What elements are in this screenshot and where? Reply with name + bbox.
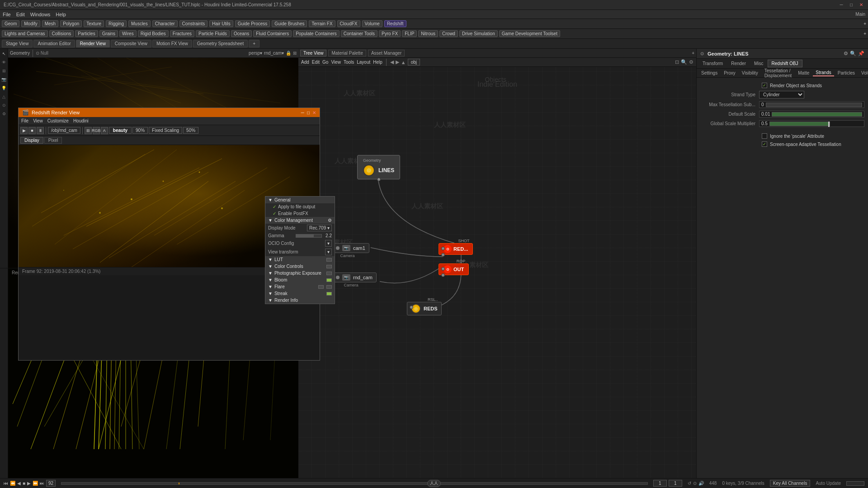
ne-icon-up[interactable]: ▲ [401,60,406,65]
rp-check-ignorepscale[interactable] [762,133,767,139]
rv-tab-display[interactable]: Display [20,137,43,144]
timeline-start-frame[interactable]: 1 [653,480,667,487]
popup-flare-header[interactable]: ▼ Flare [265,283,335,290]
ocio-value[interactable]: ▾ [325,240,332,247]
rv-minimize[interactable]: ─ [301,110,304,115]
flare-toggle2[interactable] [326,285,332,289]
minimize-btn[interactable]: ─ [838,2,844,8]
timeline-prev[interactable]: ⏪ [10,481,15,486]
timeline-autokey-toggle[interactable] [846,481,864,486]
tab-animation[interactable]: Animation Editor [33,40,75,47]
icon-view[interactable]: 👁 [1,59,7,66]
timeline-icon-loop[interactable]: ↺ [688,481,691,486]
timeline-icon-snap[interactable]: ⊙ [693,481,697,486]
ne-menu-add[interactable]: Add [301,60,309,65]
terrainfx-btn[interactable]: Terrain FX [309,20,335,27]
ne-tab-material[interactable]: Material Palette [328,50,366,56]
viewtransform-value[interactable]: ▾ [325,249,332,255]
timeline-keyall-btn[interactable]: Key All Channels [770,480,811,487]
lights-btn[interactable]: Lights and Cameras [2,30,48,37]
guideprocess-btn[interactable]: Guide Process [235,20,270,27]
rnd-cam-dropdown[interactable]: rnd_cam▾ [264,51,284,56]
rv-menu-view[interactable]: View [33,118,43,123]
crowds-btn[interactable]: Crowd [439,30,458,37]
timeline-end-frame[interactable]: 1 [669,480,682,487]
pyrofx-btn[interactable]: Pyro FX [379,30,401,37]
rp-slider-globalscale[interactable] [769,122,830,126]
guidebrushes-btn[interactable]: Guide Brushes [272,20,307,27]
ne-path[interactable]: obj [408,59,420,66]
bloom-toggle[interactable] [326,278,332,282]
icon-grid[interactable]: ⊞ [1,68,7,74]
rp-tab-render[interactable]: Render [727,60,750,67]
rp-subtab-tessellation[interactable]: Tessellation / Displacement [762,68,795,79]
icon-util[interactable]: ⚙ [1,111,7,117]
popup-colorcontrols-header[interactable]: ▼ Color Controls [265,263,335,270]
timeline-icon-audio[interactable]: 🔊 [698,481,704,486]
popup-renderinfo-header[interactable]: ▼ Render Info [265,297,335,304]
ne-tab-tree[interactable]: Tree View [300,50,326,56]
popup-apply-file[interactable]: ✓ Apply to file output [265,203,335,210]
icon-select[interactable]: ↖ [1,51,7,57]
rv-icon-grid2[interactable]: ⊞ [85,127,92,134]
rv-maximize[interactable]: □ [307,110,310,115]
fluidcontainers-btn[interactable]: Fluid Containers [253,30,292,37]
rp-icon-pin[interactable]: 📌 [858,51,864,56]
rv-close[interactable]: ✕ [312,110,316,115]
popup-photoexp-header[interactable]: ▼ Photographic Exposure [265,270,335,277]
rv-tab-pixel[interactable]: Pixel [44,137,62,144]
geom-btn[interactable]: Geom [2,20,19,27]
tab-add[interactable]: + [249,40,259,47]
rp-slider-defaultscale[interactable] [772,112,862,117]
timeline-stop[interactable]: ■ [23,481,25,486]
icon-maximize[interactable]: ⊠ [293,51,297,56]
icon-lock[interactable]: 🔒 [286,51,291,56]
rp-check-strands[interactable] [762,83,767,88]
node-reds-rsl[interactable]: RSL.. ⊙ REDS [407,297,442,315]
close-btn[interactable]: ✕ [858,2,864,8]
timeline-end[interactable]: ⏭ [40,481,44,486]
timeline-start[interactable]: ⏮ [4,481,8,486]
rp-subtab-volume[interactable]: Volume [859,70,868,76]
ne-menu-edit[interactable]: Edit [312,60,320,65]
rp-select-strandtype[interactable]: Cylinder Ribbon Thick Lines [759,91,804,99]
popup-lut-header[interactable]: ▼ LUT [265,256,335,263]
icon-snap[interactable]: ⊙ [1,102,7,108]
tab-geospread[interactable]: Geometry Spreadsheet [193,40,248,47]
ne-icon-back[interactable]: ◀ [390,59,394,65]
rv-cam-selector[interactable]: /obj/rnd_cam [48,127,80,134]
gamma-slider[interactable] [296,234,322,238]
timeline-next[interactable]: ⏩ [33,481,38,486]
rigidbodies-btn[interactable]: Rigid Bodies [138,30,169,37]
flare-toggle[interactable] [318,285,324,289]
ne-icon-fwd[interactable]: ▶ [396,59,399,65]
tab-stage[interactable]: Stage View [2,40,33,47]
node-canvas[interactable]: 人人素材区 人人素材区 人人素材区 人人素材区 人人素材区 人人素材区 Indi… [298,67,696,477]
particles-btn[interactable]: Particles [75,30,98,37]
timeline-scrubber[interactable] [61,482,648,485]
popup-streak-header[interactable]: ▼ Streak [265,290,335,297]
rp-tab-transform[interactable]: Transform [698,60,727,67]
popup-enable-postfx[interactable]: ✓ Enable PostFX [265,210,335,217]
rp-subtab-visibility[interactable]: Visibility [739,70,761,76]
maximize-btn[interactable]: □ [848,2,854,8]
hairutils-btn[interactable]: Hair Utils [209,20,233,27]
tab-render[interactable]: Render View [76,40,110,47]
node-redshift1[interactable]: SHOT ⊙ RED... [439,239,473,255]
containertools-btn[interactable]: Container Tools [341,30,377,37]
drivesim-btn[interactable]: Drive Simulation [459,30,498,37]
fractures-btn[interactable]: Fractures [170,30,194,37]
node-lines[interactable]: Geometry ⊙ LINES [357,155,400,179]
constraints-btn[interactable]: Constraints [179,20,208,27]
ne-menu-help[interactable]: Help [373,60,382,65]
popup-general-header[interactable]: ▼ General [265,197,335,203]
ne-menu-layout[interactable]: Layout [357,60,370,65]
flip-btn[interactable]: FLIP [402,30,417,37]
ne-tab-add[interactable]: + [692,51,694,56]
icon-cam2[interactable]: 📷 [1,76,7,83]
wires-btn[interactable]: Wires [119,30,137,37]
timeline-play[interactable]: ▶ [27,481,31,486]
polygon-btn[interactable]: Polygon [60,20,82,27]
menu-windows[interactable]: Windows [30,12,51,17]
ne-icon-settings[interactable]: ⚙ [689,59,693,65]
